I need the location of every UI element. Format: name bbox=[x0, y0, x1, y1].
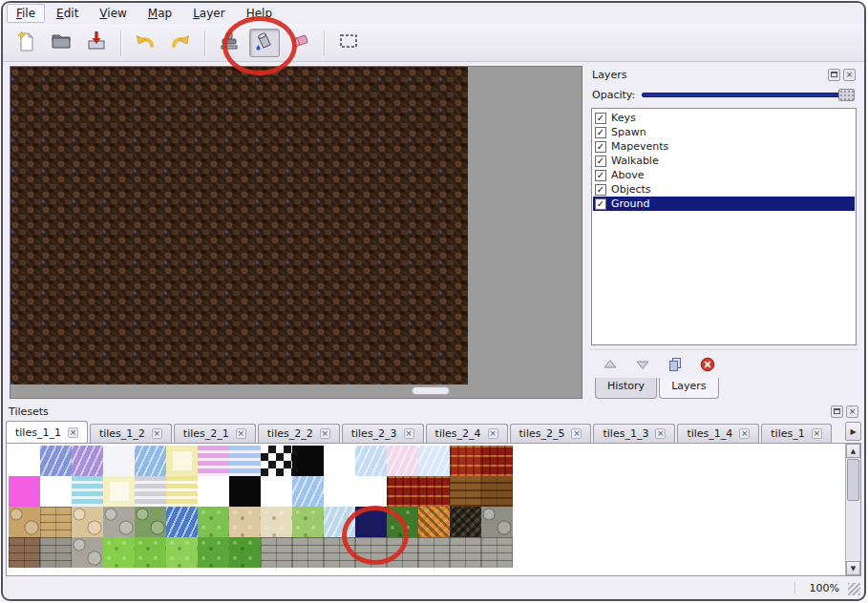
tile-r3-c5[interactable] bbox=[135, 507, 166, 537]
layer-row-mapevents[interactable]: ✓Mapevents bbox=[593, 139, 855, 154]
tile-r4-c4[interactable] bbox=[103, 537, 135, 568]
layer-row-keys[interactable]: ✓Keys bbox=[593, 111, 855, 125]
layer-row-walkable[interactable]: ✓Walkable bbox=[593, 154, 855, 168]
tileset-tab-tiles_1[interactable]: tiles_1× bbox=[761, 424, 831, 443]
tile-r3-c15[interactable] bbox=[450, 507, 481, 537]
menu-edit[interactable]: Edit bbox=[47, 4, 88, 23]
tab-close-icon[interactable]: × bbox=[404, 428, 414, 439]
tile-r4-c12[interactable] bbox=[355, 537, 387, 568]
tile-r2-c6[interactable] bbox=[166, 476, 198, 507]
stamp-tool-button[interactable] bbox=[214, 29, 244, 57]
tile-r4-c2[interactable] bbox=[40, 537, 72, 568]
save-button[interactable] bbox=[81, 29, 112, 57]
tile-r1-c7[interactable] bbox=[198, 446, 229, 476]
tileset-tab-tiles_2_5[interactable]: tiles_2_5× bbox=[510, 424, 592, 443]
layers-panel-float-button[interactable] bbox=[828, 69, 840, 81]
tab-close-icon[interactable]: × bbox=[152, 428, 162, 439]
tile-r2-c2[interactable] bbox=[40, 476, 72, 507]
tile-r4-c10[interactable] bbox=[292, 537, 324, 568]
tile-r2-c14[interactable] bbox=[418, 476, 450, 507]
layer-visibility-checkbox[interactable]: ✓ bbox=[595, 156, 606, 167]
menu-help[interactable]: Help bbox=[237, 4, 282, 23]
tile-r3-c8[interactable] bbox=[229, 507, 261, 537]
tile-r4-c16[interactable] bbox=[481, 537, 513, 568]
tile-r4-c9[interactable] bbox=[261, 537, 292, 568]
tileset-tab-tiles_1_3[interactable]: tiles_1_3× bbox=[593, 424, 675, 443]
tile-r1-c3[interactable] bbox=[72, 446, 103, 476]
duplicate-layer-button[interactable] bbox=[666, 355, 685, 374]
tileset-tab-tiles_2_3[interactable]: tiles_2_3× bbox=[342, 424, 424, 443]
tileset-tab-tiles_2_2[interactable]: tiles_2_2× bbox=[258, 424, 340, 443]
scrollbar-thumb[interactable] bbox=[847, 459, 859, 501]
opacity-slider[interactable] bbox=[642, 88, 855, 101]
tile-r3-c10[interactable] bbox=[292, 507, 324, 537]
tile-r2-c15[interactable] bbox=[450, 476, 481, 507]
tile-r3-c4[interactable] bbox=[103, 507, 135, 537]
tile-r1-c5[interactable] bbox=[135, 446, 166, 476]
layer-visibility-checkbox[interactable]: ✓ bbox=[595, 141, 606, 153]
layer-row-objects[interactable]: ✓Objects bbox=[593, 182, 855, 197]
tile-r2-c16[interactable] bbox=[481, 476, 513, 507]
layer-row-spawn[interactable]: ✓Spawn bbox=[593, 125, 855, 139]
tile-r2-c3[interactable] bbox=[72, 476, 103, 507]
menu-view[interactable]: View bbox=[90, 4, 136, 23]
tile-r3-c16[interactable] bbox=[481, 507, 513, 537]
scroll-up-button[interactable]: ▲ bbox=[846, 444, 860, 458]
layer-row-above[interactable]: ✓Above bbox=[593, 168, 855, 182]
tileset-tab-tiles_2_4[interactable]: tiles_2_4× bbox=[426, 424, 508, 443]
layer-row-ground[interactable]: ✓Ground bbox=[593, 197, 855, 211]
tile-r1-c16[interactable] bbox=[481, 446, 513, 476]
menu-file[interactable]: File bbox=[7, 4, 45, 23]
fill-tool-button[interactable] bbox=[249, 29, 280, 57]
eraser-tool-button[interactable] bbox=[285, 29, 315, 57]
undo-button[interactable] bbox=[130, 29, 160, 57]
tile-r1-c13[interactable] bbox=[387, 446, 418, 476]
tile-r3-c2[interactable] bbox=[40, 507, 72, 537]
tile-r2-c13[interactable] bbox=[387, 476, 418, 507]
tile-r4-c6[interactable] bbox=[166, 537, 198, 568]
tileset-tab-tiles_1_2[interactable]: tiles_1_2× bbox=[90, 424, 172, 443]
tilesets-panel-close-button[interactable]: × bbox=[846, 405, 858, 418]
tileset-tab-tiles_1_1[interactable]: tiles_1_1× bbox=[6, 421, 88, 444]
tab-close-icon[interactable]: × bbox=[488, 428, 498, 439]
tile-r2-c11[interactable] bbox=[324, 476, 355, 507]
panel-tab-layers[interactable]: Layers bbox=[659, 378, 718, 399]
tile-r4-c8[interactable] bbox=[229, 537, 261, 568]
map-canvas[interactable] bbox=[10, 66, 582, 399]
resize-grip-icon[interactable] bbox=[848, 583, 860, 595]
tile-r3-c7[interactable] bbox=[198, 507, 229, 537]
tab-close-icon[interactable]: × bbox=[571, 428, 582, 439]
tile-r3-c9[interactable] bbox=[261, 507, 292, 537]
tile-r2-c10[interactable] bbox=[292, 476, 324, 507]
panel-tab-history[interactable]: History bbox=[595, 378, 657, 399]
menu-layer[interactable]: Layer bbox=[183, 4, 234, 23]
tab-close-icon[interactable]: × bbox=[812, 428, 822, 439]
tileset-tab-tiles_1_4[interactable]: tiles_1_4× bbox=[677, 424, 759, 443]
tab-close-icon[interactable]: × bbox=[655, 428, 666, 439]
tile-r3-c13[interactable] bbox=[387, 507, 418, 537]
open-file-button[interactable] bbox=[46, 29, 76, 57]
tile-r4-c5[interactable] bbox=[135, 537, 166, 568]
tile-r4-c13[interactable] bbox=[387, 537, 418, 568]
tile-r4-c1[interactable] bbox=[9, 537, 40, 568]
tile-r4-c11[interactable] bbox=[324, 537, 355, 568]
tile-r3-c3[interactable] bbox=[72, 507, 103, 537]
tileset-tab-tiles_2_1[interactable]: tiles_2_1× bbox=[174, 424, 256, 443]
tile-r2-c5[interactable] bbox=[135, 476, 166, 507]
tile-r2-c9[interactable] bbox=[261, 476, 292, 507]
layer-visibility-checkbox[interactable]: ✓ bbox=[595, 170, 606, 181]
redo-button[interactable] bbox=[165, 29, 196, 57]
tab-scroll-right-button[interactable]: ▶ bbox=[845, 422, 861, 441]
tile-r1-c4[interactable] bbox=[103, 446, 135, 476]
tile-r1-c12[interactable] bbox=[355, 446, 387, 476]
layer-visibility-checkbox[interactable]: ✓ bbox=[595, 127, 606, 138]
tile-r1-c2[interactable] bbox=[40, 446, 72, 476]
delete-layer-button[interactable] bbox=[698, 355, 717, 374]
tile-r1-c8[interactable] bbox=[229, 446, 261, 476]
canvas-horizontal-scrollbar[interactable] bbox=[11, 385, 582, 398]
layer-visibility-checkbox[interactable]: ✓ bbox=[595, 184, 606, 196]
tab-close-icon[interactable]: × bbox=[68, 427, 78, 438]
tile-r1-c11[interactable] bbox=[324, 446, 355, 476]
tilesets-panel-float-button[interactable] bbox=[831, 405, 843, 418]
slider-handle[interactable] bbox=[838, 89, 855, 101]
